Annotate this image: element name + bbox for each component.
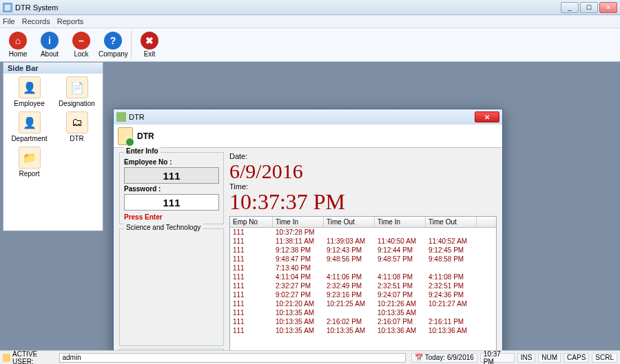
menu-file[interactable]: File [3, 17, 15, 25]
close-button[interactable]: ✕ [599, 2, 617, 13]
designation-icon: 📄 [66, 76, 88, 98]
enter-info-legend: Enter Info [124, 147, 161, 155]
mdi-area: Side Bar 👤Employee📄Designation👤Departmen… [0, 62, 620, 350]
press-enter-label: Press Enter [124, 213, 219, 221]
sidebar-item-dtr[interactable]: 🗂DTR [54, 111, 100, 142]
ins-flag: INS [517, 353, 536, 363]
employee-no-label: Employee No : [124, 158, 219, 166]
info-icon: i [41, 32, 59, 50]
dtr-window-title: DTR [129, 113, 145, 121]
menu-records[interactable]: Records [22, 17, 50, 25]
active-user-label: ACTIVE USER: [12, 350, 56, 365]
department-group: Science and Technology [119, 228, 224, 346]
exit-button[interactable]: ✖Exit [134, 30, 165, 60]
statusbar: ACTIVE USER: 📅 Today: 6/9/2016 10:37 PM … [0, 350, 620, 364]
lock-icon: – [72, 32, 90, 50]
today-chip: 📅 Today: 6/9/2016 [411, 353, 477, 363]
app-icon [3, 3, 12, 12]
employee-no-input[interactable] [124, 167, 219, 184]
password-label: Password : [124, 185, 219, 193]
scrl-flag: SCRL [592, 353, 617, 363]
dtr-titlebar[interactable]: DTR ✕ [114, 109, 502, 125]
company-icon: ? [104, 32, 122, 50]
sidebar: Side Bar 👤Employee📄Designation👤Departmen… [3, 62, 103, 231]
toolbar: ⌂HomeiAbout–Lock?Company✖Exit [0, 28, 620, 62]
employee-icon: 👤 [19, 76, 41, 98]
column-header[interactable]: Time Out [426, 217, 477, 227]
column-header[interactable]: Time Out [324, 217, 375, 227]
dtr-header-icon [118, 127, 133, 145]
dtr-header-label: DTR [137, 131, 154, 141]
table-row[interactable]: 11110:13:35 AM2:16:02 PM2:16:07 PM2:16:1… [230, 317, 496, 326]
sidebar-item-department[interactable]: 👤Department [6, 111, 52, 142]
department-legend: Science and Technology [124, 224, 203, 231]
app-title: DTR System [15, 3, 58, 12]
table-row[interactable]: 11111:38:11 AM11:39:03 AM11:40:50 AM11:4… [230, 237, 496, 246]
svg-rect-1 [5, 4, 11, 10]
dtr-window-icon [116, 112, 126, 122]
sidebar-title: Side Bar [3, 63, 103, 74]
dtr-table[interactable]: Emp NoTime InTime OutTime InTime Out 111… [229, 216, 497, 364]
main-window: DTR System _ ☐ ✕ File Records Reports ⌂H… [0, 0, 620, 364]
num-flag: NUM [538, 353, 561, 363]
table-row[interactable]: 11110:37:28 PM [230, 228, 496, 237]
exit-icon: ✖ [141, 32, 158, 50]
home-button[interactable]: ⌂Home [3, 30, 33, 60]
caps-flag: CAPS [564, 353, 589, 363]
table-row[interactable]: 1119:02:27 PM9:23:16 PM9:24:07 PM9:24:36… [230, 290, 496, 299]
table-row[interactable]: 1117:13:40 PM [230, 264, 496, 272]
column-header[interactable]: Emp No [230, 217, 273, 227]
sidebar-item-employee[interactable]: 👤Employee [6, 76, 52, 107]
about-button[interactable]: iAbout [34, 30, 65, 60]
minimize-button[interactable]: _ [561, 2, 579, 13]
sidebar-item-designation[interactable]: 📄Designation [54, 76, 100, 107]
user-icon [3, 354, 10, 362]
enter-info-group: Enter Info Employee No : Password : Pres… [119, 152, 224, 224]
table-row[interactable]: 1114:11:04 PM4:11:06 PM4:11:08 PM4:11:08… [230, 272, 496, 281]
table-row[interactable]: 11110:13:35 AM10:13:35 AM [230, 308, 496, 317]
date-value: 6/9/2016 [229, 160, 497, 182]
maximize-button[interactable]: ☐ [580, 2, 598, 13]
column-header[interactable]: Time In [375, 217, 426, 227]
sidebar-item-report[interactable]: 📁Report [6, 147, 52, 178]
dtr-icon: 🗂 [66, 111, 88, 133]
table-row[interactable]: 11110:13:35 AM10:13:35 AM10:13:36 AM10:1… [230, 326, 496, 335]
password-input[interactable] [124, 194, 219, 211]
dtr-close-button[interactable]: ✕ [475, 111, 499, 122]
home-icon: ⌂ [9, 32, 27, 50]
table-row[interactable]: 1119:48:47 PM9:48:56 PM9:48:57 PM9:48:58… [230, 255, 496, 264]
report-icon: 📁 [19, 147, 41, 169]
company-button[interactable]: ?Company [98, 30, 128, 60]
titlebar[interactable]: DTR System _ ☐ ✕ [0, 0, 620, 15]
table-row[interactable]: 1119:12:38 PM9:12:43 PM9:12:44 PM9:12:45… [230, 246, 496, 255]
column-header[interactable]: Time In [273, 217, 324, 227]
dtr-window: DTR ✕ DTR Enter Info Employee No : Passw… [113, 109, 503, 364]
table-row[interactable]: 1112:32:27 PM2:32:49 PM2:32:51 PM2:32:51… [230, 281, 496, 290]
table-row[interactable]: 11110:21:20 AM10:21:25 AM10:21:26 AM10:2… [230, 299, 496, 308]
menu-reports[interactable]: Reports [57, 17, 84, 25]
lock-button[interactable]: –Lock [66, 30, 96, 60]
svg-rect-2 [116, 112, 126, 122]
time-chip: 10:37 PM [480, 353, 515, 363]
menubar: File Records Reports [0, 15, 620, 28]
dtr-header: DTR [114, 125, 502, 148]
active-user-field[interactable] [59, 353, 405, 363]
time-value: 10:37:37 PM [229, 191, 497, 214]
department-icon: 👤 [19, 111, 41, 133]
